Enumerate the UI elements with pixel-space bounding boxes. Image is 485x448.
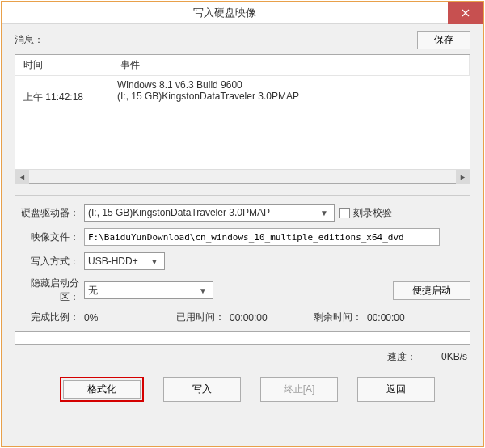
drive-select[interactable]: (I:, 15 GB)KingstonDataTraveler 3.0PMAP … xyxy=(84,204,335,222)
window-title: 写入硬盘映像 xyxy=(2,6,448,20)
image-path-input[interactable] xyxy=(84,228,440,246)
remain-value: 00:00:00 xyxy=(367,312,405,323)
format-button[interactable]: 格式化 xyxy=(63,380,141,399)
log-time xyxy=(15,79,112,91)
abort-button: 终止[A] xyxy=(260,377,338,402)
hidden-select[interactable]: 无 ▼ xyxy=(84,281,213,299)
verify-checkbox[interactable] xyxy=(340,208,350,218)
log-row: 上午 11:42:18 (I:, 15 GB)KingstonDataTrave… xyxy=(15,91,470,104)
write-button[interactable]: 写入 xyxy=(163,377,241,402)
quickboot-button[interactable]: 便捷启动 xyxy=(393,281,470,300)
horizontal-scrollbar[interactable]: ◄ ► xyxy=(15,169,470,183)
speed-value: 0KB/s xyxy=(419,351,467,362)
image-label: 映像文件： xyxy=(15,230,84,244)
format-highlight: 格式化 xyxy=(60,377,144,402)
elapsed-label: 已用时间： xyxy=(173,311,230,324)
log-time: 上午 11:42:18 xyxy=(15,91,112,104)
col-header-event[interactable]: 事件 xyxy=(112,55,470,75)
scroll-right-icon[interactable]: ► xyxy=(456,170,470,184)
log-event: Windows 8.1 v6.3 Build 9600 xyxy=(112,79,470,91)
scroll-left-icon[interactable]: ◄ xyxy=(15,170,29,184)
elapsed-value: 00:00:00 xyxy=(230,312,310,323)
progress-bar xyxy=(15,331,470,345)
title-bar: 写入硬盘映像 xyxy=(2,2,483,24)
progress-label: 完成比例： xyxy=(15,311,84,324)
save-button[interactable]: 保存 xyxy=(417,31,470,49)
log-panel: 时间 事件 Windows 8.1 v6.3 Build 9600 上午 11:… xyxy=(15,54,470,184)
remain-label: 剩余时间： xyxy=(310,311,367,324)
drive-label: 硬盘驱动器： xyxy=(15,206,84,220)
verify-label: 刻录校验 xyxy=(353,206,392,220)
hidden-value: 无 xyxy=(88,284,98,298)
hidden-label: 隐藏启动分区： xyxy=(15,277,84,304)
speed-label: 速度： xyxy=(387,351,416,362)
progress-value: 0% xyxy=(84,312,173,323)
message-label: 消息： xyxy=(15,33,417,47)
chevron-down-icon: ▼ xyxy=(148,257,161,266)
chevron-down-icon: ▼ xyxy=(196,286,209,295)
log-event: (I:, 15 GB)KingstonDataTraveler 3.0PMAP xyxy=(112,91,470,104)
chevron-down-icon: ▼ xyxy=(318,209,331,218)
method-select[interactable]: USB-HDD+ ▼ xyxy=(84,252,165,270)
method-value: USB-HDD+ xyxy=(88,256,138,267)
divider xyxy=(15,195,470,196)
back-button[interactable]: 返回 xyxy=(357,377,435,402)
col-header-time[interactable]: 时间 xyxy=(15,55,112,75)
close-icon xyxy=(462,9,470,17)
drive-value: (I:, 15 GB)KingstonDataTraveler 3.0PMAP xyxy=(88,207,270,218)
method-label: 写入方式： xyxy=(15,255,84,268)
log-row: Windows 8.1 v6.3 Build 9600 xyxy=(15,79,470,91)
close-button[interactable] xyxy=(448,2,483,24)
